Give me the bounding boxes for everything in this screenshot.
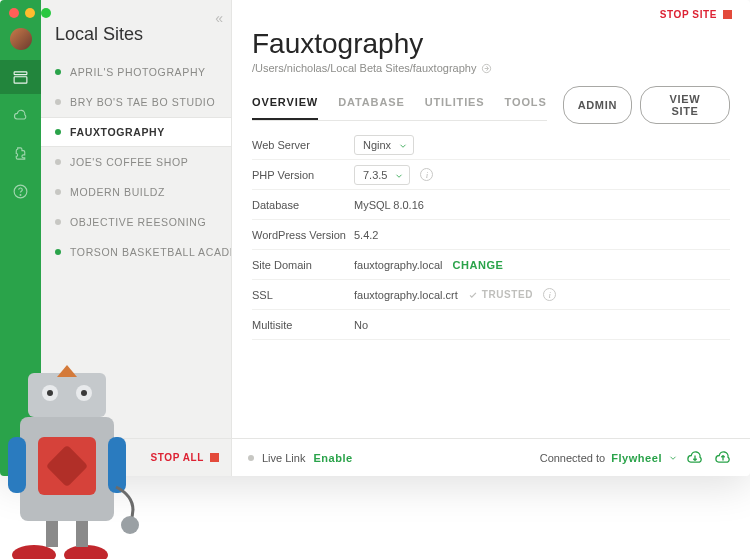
row-site-domain: Site Domain fauxtography.localCHANGE (252, 250, 730, 280)
site-item[interactable]: BRY BO'S TAE BO STUDIO (41, 87, 231, 117)
rail-addons[interactable] (0, 136, 41, 170)
rail-help[interactable] (0, 174, 41, 208)
site-item[interactable]: OBJECTIVE REESONING (41, 207, 231, 237)
tab-tools[interactable]: TOOLS (505, 96, 547, 120)
rail-cloud[interactable] (0, 98, 41, 132)
stop-icon (210, 453, 219, 462)
close-light[interactable] (9, 8, 19, 18)
site-path: /Users/nicholas/Local Beta Sites/fauxtog… (252, 62, 730, 74)
nav-rail (0, 0, 41, 476)
svg-point-6 (64, 545, 108, 559)
tab-database[interactable]: DATABASE (338, 96, 405, 120)
sites-running-count: 3 sites running (55, 452, 127, 464)
admin-button[interactable]: ADMIN (563, 86, 632, 124)
reveal-path-icon[interactable] (481, 63, 492, 74)
live-link-status-icon (248, 455, 254, 461)
tab-utilities[interactable]: UTILITIES (425, 96, 485, 120)
main-footer: Live Link Enable Connected to Flywheel (232, 438, 750, 476)
connection-bar: Connected to Flywheel (540, 447, 734, 469)
nav-row: OVERVIEW DATABASE UTILITIES TOOLS ADMIN … (232, 76, 750, 130)
overview-rows: Web Server Nginx PHP Version 7.3.5i Data… (232, 130, 750, 340)
sidebar-title: Local Sites (41, 0, 231, 55)
rail-sites[interactable] (0, 60, 41, 94)
info-icon[interactable]: i (420, 168, 433, 181)
web-server-select[interactable]: Nginx (354, 135, 414, 155)
svg-rect-0 (14, 71, 27, 74)
zoom-light[interactable] (41, 8, 51, 18)
row-database: Database MySQL 8.0.16 (252, 190, 730, 220)
main-panel: STOP SITE Fauxtography /Users/nicholas/L… (232, 0, 750, 476)
app-window: « Local Sites APRIL'S PHOTOGRAPHY BRY BO… (0, 0, 750, 476)
stop-site-button[interactable]: STOP SITE (660, 9, 732, 20)
site-header: Fauxtography /Users/nicholas/Local Beta … (232, 28, 750, 76)
site-item[interactable]: TORSON BASKETBALL ACADE... (41, 237, 231, 267)
row-wordpress-version: WordPress Version 5.4.2 (252, 220, 730, 250)
live-link-enable[interactable]: Enable (313, 452, 352, 464)
stop-icon (723, 10, 732, 19)
svg-rect-7 (46, 517, 58, 547)
minimize-light[interactable] (25, 8, 35, 18)
ssl-trusted-badge: TRUSTED (468, 289, 533, 300)
row-php-version: PHP Version 7.3.5i (252, 160, 730, 190)
svg-rect-1 (14, 76, 27, 82)
host-select[interactable]: Flywheel (611, 452, 662, 464)
chevron-down-icon (398, 141, 408, 151)
chevron-down-icon (394, 171, 404, 181)
row-web-server: Web Server Nginx (252, 130, 730, 160)
window-traffic-lights (9, 8, 51, 18)
push-button[interactable] (712, 447, 734, 469)
sidebar: « Local Sites APRIL'S PHOTOGRAPHY BRY BO… (41, 0, 232, 476)
add-site-button[interactable] (8, 442, 34, 468)
stop-all-button[interactable]: STOP ALL (150, 452, 219, 463)
site-item[interactable]: APRIL'S PHOTOGRAPHY (41, 57, 231, 87)
header-buttons: ADMIN VIEW SITE (563, 86, 730, 124)
check-icon (468, 290, 478, 300)
site-item[interactable]: MODERN BUILDZ (41, 177, 231, 207)
svg-point-5 (12, 545, 56, 559)
svg-point-3 (20, 194, 21, 195)
tabs: OVERVIEW DATABASE UTILITIES TOOLS (252, 96, 547, 121)
live-link: Live Link Enable (248, 452, 353, 464)
top-strip: STOP SITE (232, 0, 750, 28)
site-list: APRIL'S PHOTOGRAPHY BRY BO'S TAE BO STUD… (41, 55, 231, 438)
sidebar-collapse-icon[interactable]: « (215, 10, 223, 26)
site-item-selected[interactable]: FAUXTOGRAPHY (41, 117, 231, 147)
pull-button[interactable] (684, 447, 706, 469)
sidebar-footer: 3 sites running STOP ALL (41, 438, 231, 476)
site-title: Fauxtography (252, 28, 730, 60)
svg-point-20 (121, 516, 139, 534)
site-item[interactable]: JOE'S COFFEE SHOP (41, 147, 231, 177)
row-ssl: SSL fauxtography.local.crtTRUSTEDi (252, 280, 730, 310)
svg-rect-8 (76, 517, 88, 547)
change-domain-link[interactable]: CHANGE (452, 259, 503, 271)
php-version-select[interactable]: 7.3.5 (354, 165, 410, 185)
tab-overview[interactable]: OVERVIEW (252, 96, 318, 120)
row-multisite: Multisite No (252, 310, 730, 340)
view-site-button[interactable]: VIEW SITE (640, 86, 730, 124)
user-avatar[interactable] (10, 28, 32, 50)
chevron-down-icon (668, 453, 678, 463)
info-icon[interactable]: i (543, 288, 556, 301)
